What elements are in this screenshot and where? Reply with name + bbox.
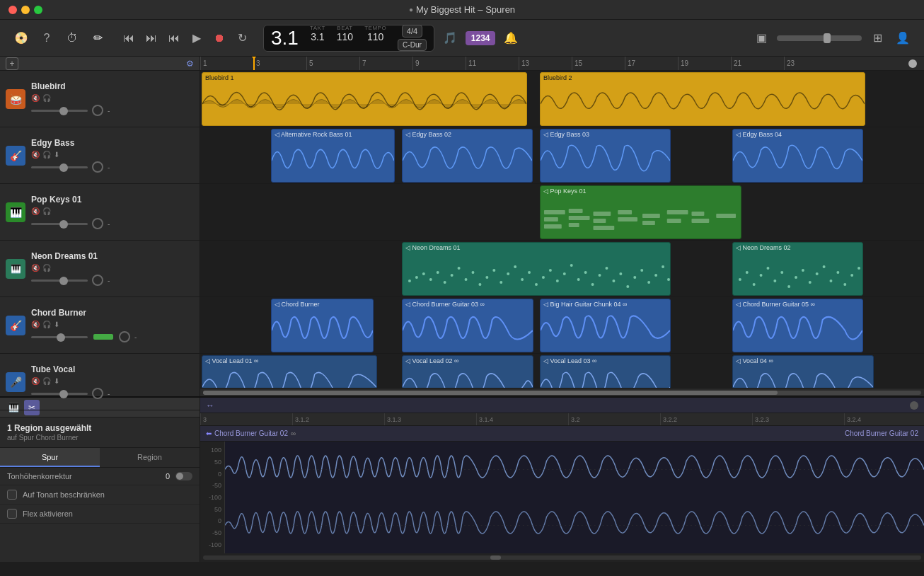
bottom-scrollbar[interactable] bbox=[200, 553, 924, 562]
tune-icon[interactable]: 🎵 bbox=[440, 28, 460, 48]
edgy-bass-icon[interactable]: 🎸 bbox=[6, 146, 25, 166]
ruler-handle[interactable] bbox=[908, 59, 917, 68]
chord-burner-fader[interactable] bbox=[31, 336, 88, 338]
headphone-icon[interactable]: 🎧 bbox=[42, 94, 51, 102]
pencil-icon[interactable]: ✏ bbox=[88, 28, 108, 48]
pop-keys-track-row[interactable]: ◁ Pop Keys 01 bbox=[200, 184, 924, 241]
main-scrollbar[interactable] bbox=[200, 388, 924, 396]
mute-icon-keys[interactable]: 🔇 bbox=[31, 207, 40, 215]
tab-spur[interactable]: Spur bbox=[0, 448, 100, 467]
vocal-04-region[interactable]: ◁ Vocal 04 ∞ bbox=[732, 355, 874, 388]
pop-keys-pan[interactable] bbox=[92, 218, 103, 229]
user-badge[interactable]: 1234 bbox=[466, 31, 496, 45]
user-icon[interactable]: 👤 bbox=[893, 28, 913, 48]
headphone-icon-synth[interactable]: 🎧 bbox=[42, 264, 51, 272]
rewind-button[interactable]: ⏮ bbox=[119, 28, 139, 48]
edgy-bass-04-region[interactable]: ◁ Edgy Bass 04 bbox=[732, 129, 863, 183]
bluebird-fader[interactable] bbox=[31, 110, 88, 112]
minimize-button[interactable] bbox=[21, 6, 30, 14]
svg-rect-16 bbox=[691, 219, 709, 223]
mute-icon-synth[interactable]: 🔇 bbox=[31, 264, 40, 272]
mute-icon-guitar[interactable]: 🔇 bbox=[31, 321, 40, 328]
record-button[interactable]: ⏺ bbox=[209, 28, 229, 48]
chord-burner-guitar-05-region[interactable]: ◁ Chord Burner Guitar 05 ∞ bbox=[732, 299, 863, 352]
bottom-scroll-thumb[interactable] bbox=[490, 555, 501, 560]
chord-burner-icon[interactable]: 🎸 bbox=[6, 316, 25, 335]
transport-display[interactable]: 3.1 TAKT 3.1 BEAT 110 TEMPO 110 4/4 C-Du… bbox=[263, 25, 434, 52]
y-label-neg50: -50 bbox=[200, 482, 224, 489]
pop-keys-01-region[interactable]: ◁ Pop Keys 01 bbox=[540, 185, 741, 239]
window-title: ● My Biggest Hit – Spuren bbox=[409, 4, 515, 15]
mute-icon-vocal[interactable]: 🔇 bbox=[31, 377, 40, 385]
edgy-bass-02-region[interactable]: ◁ Edgy Bass 02 bbox=[402, 129, 533, 183]
download-icon-guitar[interactable]: ⬇ bbox=[54, 321, 59, 328]
headphone-icon-vocal[interactable]: 🎧 bbox=[42, 377, 51, 385]
close-button[interactable] bbox=[8, 6, 17, 14]
scrollbar-track[interactable] bbox=[203, 391, 921, 395]
neon-dreams-track-row[interactable]: ◁ Neon Dreams 01 bbox=[200, 241, 924, 297]
fast-forward-button[interactable]: ⏭ bbox=[142, 28, 161, 48]
edgy-bass-alt-rock-region[interactable]: ◁ Alternative Rock Bass 01 bbox=[271, 129, 395, 183]
media-icon[interactable]: 📀 bbox=[11, 28, 31, 48]
neon-dreams-pan[interactable] bbox=[92, 275, 103, 286]
big-hair-guitar-04-region[interactable]: ◁ Big Hair Guitar Chunk 04 ∞ bbox=[540, 299, 671, 352]
bluebird-track-row[interactable]: Bluebird 1 Bluebird 2 bbox=[200, 71, 924, 127]
bluebird-1-region[interactable]: Bluebird 1 bbox=[202, 72, 527, 126]
edgy-bass-fader[interactable] bbox=[31, 166, 88, 168]
tube-vocal-icon[interactable]: 🎤 bbox=[6, 372, 25, 392]
mute-icon-bass[interactable]: 🔇 bbox=[31, 151, 40, 159]
view-icon[interactable]: ▣ bbox=[751, 28, 771, 48]
bluebird-icon[interactable]: 🥁 bbox=[6, 89, 25, 109]
loop-button[interactable]: ↻ bbox=[232, 28, 252, 48]
add-track-button[interactable]: + bbox=[6, 57, 18, 70]
chord-burner-region[interactable]: ◁ Chord Burner bbox=[271, 299, 374, 352]
edgy-bass-03-region[interactable]: ◁ Edgy Bass 03 bbox=[540, 129, 671, 183]
alert-icon[interactable]: 🔔 bbox=[501, 28, 521, 48]
pop-keys-icon[interactable]: 🎹 bbox=[6, 202, 25, 222]
tube-vocal-pan[interactable] bbox=[92, 388, 103, 399]
chord-burner-pan[interactable] bbox=[119, 331, 130, 342]
edgy-bass-track-row[interactable]: ◁ Alternative Rock Bass 01 ◁ Edgy Bass 0… bbox=[200, 127, 924, 184]
download-icon-vocal[interactable]: ⬇ bbox=[54, 377, 59, 385]
headphone-icon-bass[interactable]: 🎧 bbox=[42, 151, 51, 159]
download-icon-bass[interactable]: ⬇ bbox=[54, 151, 59, 159]
metronome-icon[interactable]: ⏱ bbox=[62, 28, 82, 48]
tab-region[interactable]: Region bbox=[100, 448, 200, 467]
mute-icon[interactable]: 🔇 bbox=[31, 94, 40, 102]
pop-keys-volume: - bbox=[108, 220, 110, 228]
tube-vocal-fader[interactable] bbox=[31, 393, 88, 395]
tonhoehenkorrektur-toggle[interactable] bbox=[175, 472, 192, 480]
flex-aktivieren-row: Flex aktivieren bbox=[0, 505, 200, 524]
master-fader[interactable] bbox=[777, 35, 862, 41]
help-icon[interactable]: ? bbox=[37, 28, 57, 48]
layout-icon[interactable]: ⊞ bbox=[867, 28, 887, 48]
pop-keys-fader[interactable] bbox=[31, 223, 88, 225]
tube-vocal-track-row[interactable]: ◁ Vocal Lead 01 ∞ ◁ Vocal Lead 02 ∞ bbox=[200, 354, 924, 388]
headphone-icon-keys[interactable]: 🎧 bbox=[42, 207, 51, 215]
vocal-lead-03-region[interactable]: ◁ Vocal Lead 03 ∞ bbox=[540, 355, 671, 388]
playhead[interactable] bbox=[253, 57, 255, 70]
neon-dreams-fader[interactable] bbox=[31, 280, 88, 282]
neon-dreams-icon[interactable]: 🎹 bbox=[6, 259, 25, 279]
chord-burner-track-row[interactable]: ◁ Chord Burner ◁ Chord Burner Guitar 03 … bbox=[200, 297, 924, 354]
headphone-icon-guitar[interactable]: 🎧 bbox=[42, 321, 51, 328]
expand-icon[interactable]: ↔ bbox=[206, 401, 214, 410]
flex-aktivieren-checkbox[interactable] bbox=[7, 509, 17, 519]
auf-tonart-checkbox[interactable] bbox=[7, 490, 17, 500]
scrollbar-thumb[interactable] bbox=[203, 391, 778, 395]
play-button[interactable]: ▶ bbox=[187, 28, 207, 48]
edgy-bass-pan[interactable] bbox=[92, 161, 103, 173]
bluebird-2-region[interactable]: Bluebird 2 bbox=[540, 72, 865, 126]
maximize-button[interactable] bbox=[34, 6, 42, 14]
neon-dreams-02-region[interactable]: ◁ Neon Dreams 02 bbox=[732, 242, 863, 296]
time-sig-display[interactable]: 4/4 C-Dur bbox=[398, 25, 427, 51]
vocal-lead-01-region[interactable]: ◁ Vocal Lead 01 ∞ bbox=[202, 355, 377, 388]
vocal-lead-02-region[interactable]: ◁ Vocal Lead 02 ∞ bbox=[402, 355, 533, 388]
to-start-button[interactable]: ⏮ bbox=[164, 28, 184, 48]
neon-dreams-01-region[interactable]: ◁ Neon Dreams 01 bbox=[402, 242, 671, 296]
chord-burner-guitar-03-region[interactable]: ◁ Chord Burner Guitar 03 ∞ bbox=[402, 299, 533, 352]
smart-controls-button[interactable]: ⚙ bbox=[186, 59, 194, 69]
bottom-zoom-handle[interactable] bbox=[910, 401, 918, 410]
bottom-scroll-track[interactable] bbox=[203, 555, 921, 560]
bluebird-pan[interactable] bbox=[92, 105, 103, 116]
